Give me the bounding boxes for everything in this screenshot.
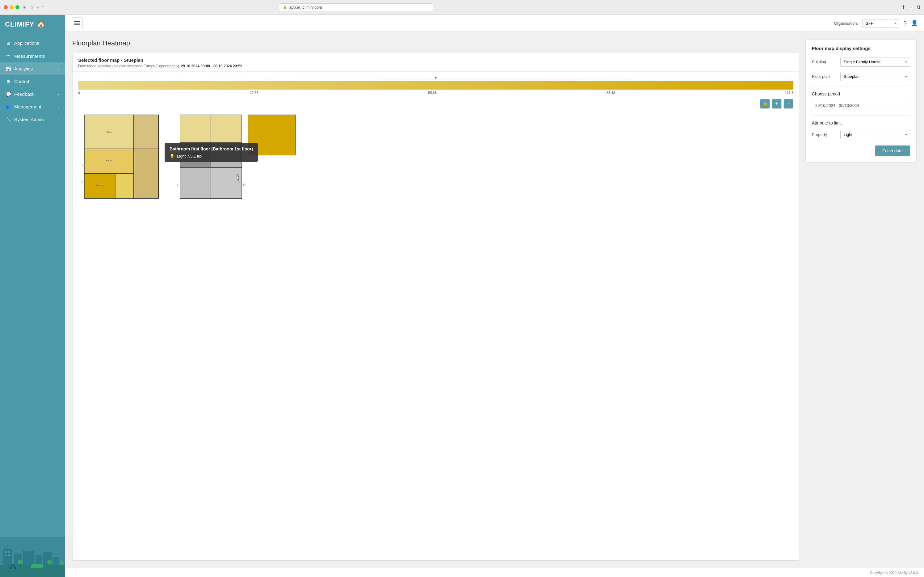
sidebar-item-feedback[interactable]: 💬 Feedback ‹ (0, 88, 65, 100)
floorplan-area[interactable]: Stue Room Kitchen ◁ ◁ ▷ (78, 112, 794, 211)
svg-rect-11 (5, 554, 6, 556)
date-label: Date range selected (building timezone E… (78, 64, 180, 68)
close-button[interactable] (4, 5, 8, 9)
traffic-lights (4, 5, 19, 9)
settings-divider-2 (812, 115, 910, 116)
top-bar: Organisation: SFH ? 👤 (65, 15, 924, 32)
property-select-wrapper: Light (840, 130, 910, 139)
tab-grid-icon[interactable]: ⊞ (23, 4, 27, 10)
svg-rect-55 (211, 168, 242, 198)
browser-nav: ⊞ ☆ ‹ › (23, 4, 43, 10)
svg-rect-3 (5, 546, 6, 549)
copyright-text: Copyright © 2020 Climify v2.8.3 (870, 571, 918, 575)
svg-rect-2 (3, 549, 12, 565)
svg-rect-16 (49, 564, 50, 566)
hamburger-button[interactable] (71, 17, 83, 29)
svg-text:◁: ◁ (176, 182, 179, 187)
sidebar-item-applications[interactable]: ⊞ Applications (0, 37, 65, 50)
browser-actions: ⬆ + ⧉ (901, 4, 920, 10)
map-controls: 🔒 + − (78, 99, 794, 109)
svg-point-17 (60, 561, 64, 565)
svg-rect-50 (180, 115, 211, 143)
lock-map-button[interactable]: 🔒 (760, 99, 770, 109)
svg-point-31 (41, 567, 43, 569)
sidebar-item-label-feedback: Feedback (14, 92, 35, 97)
share-icon[interactable]: ⬆ (901, 4, 905, 10)
main-content: Organisation: SFH ? 👤 Floorplan Heatmap … (65, 15, 924, 577)
scale-val3: 83.48 (607, 91, 615, 95)
forward-icon[interactable]: › (42, 4, 43, 10)
scale-max: 111.3 (785, 91, 794, 95)
new-tab-icon[interactable]: + (910, 4, 913, 10)
scale-labels: 0 27.83 55.65 83.48 111.3 (78, 91, 794, 95)
sidebar-item-control[interactable]: ⚙ Control ‹ (0, 75, 65, 88)
svg-text:▷: ▷ (243, 182, 246, 187)
settings-panel-title: Floor map display settings (812, 46, 910, 51)
svg-point-15 (47, 560, 52, 564)
org-select[interactable]: SFH (862, 19, 899, 27)
svg-text:N: N (236, 172, 239, 177)
sidebar-item-label-control: Control (14, 79, 29, 84)
sidebar-item-measurements[interactable]: 〜 Measurements ‹ (0, 50, 65, 63)
svg-text:Stue: Stue (106, 131, 112, 134)
minimize-button[interactable] (10, 5, 14, 9)
sidebar-item-label-analytics: Analytics (14, 66, 33, 71)
user-icon[interactable]: 👤 (911, 20, 918, 27)
applications-icon: ⊞ (6, 41, 11, 46)
sidebar-item-system-admin[interactable]: 🔧 System Admin ‹ (0, 113, 65, 126)
svg-rect-5 (23, 551, 34, 565)
sidebar-item-label-management: Management (14, 104, 41, 110)
tooltip-property: Light (177, 154, 186, 158)
management-chevron: ‹ (58, 105, 59, 109)
svg-point-27 (14, 567, 16, 569)
svg-point-13 (18, 560, 23, 565)
windows-icon[interactable]: ⧉ (917, 4, 920, 10)
svg-rect-10 (8, 551, 10, 553)
date-range: 29.10.2024 00:00 - 30.10.2024 23:59 (181, 64, 242, 68)
control-chevron: ‹ (58, 80, 59, 84)
sidebar-logo: CLIMIFY 🏠 (0, 15, 65, 34)
maximize-button[interactable] (15, 5, 19, 9)
system-admin-chevron: ‹ (58, 118, 59, 121)
zoom-out-button[interactable]: − (784, 99, 794, 109)
date-range-input[interactable] (812, 101, 910, 110)
svg-rect-6 (35, 555, 42, 565)
svg-rect-14 (19, 564, 21, 566)
fetch-data-button[interactable]: Fetch data (875, 145, 910, 156)
svg-text:Room: Room (106, 159, 113, 162)
page-title: Floorplan Heatmap (72, 39, 799, 47)
measurements-chevron: ‹ (58, 54, 59, 58)
settings-divider-1 (812, 86, 910, 87)
property-select[interactable]: Light (840, 130, 910, 139)
tooltip-data-row: 💡 Light 55.1 lux (169, 154, 253, 158)
address-bar[interactable]: 🔒 app.eu.climify.com (279, 3, 433, 11)
floorplan-header: Selected floor map - Stueplan Date range… (72, 53, 799, 72)
page-content: Floorplan Heatmap Selected floor map - S… (65, 32, 924, 568)
zoom-in-button[interactable]: + (772, 99, 782, 109)
tooltip-title: Bathroom first floor (Bathroom 1st floor… (169, 147, 253, 152)
sidebar-item-label-applications: Applications (14, 40, 39, 46)
browser-chrome: ⊞ ☆ ‹ › 🔒 app.eu.climify.com ⬆ + ⧉ (0, 0, 924, 15)
settings-panel: Floor map display settings Building Sing… (805, 39, 917, 163)
sidebar-item-analytics[interactable]: 📊 Analytics ‹ (0, 63, 65, 75)
logo-icon: 🏠 (37, 20, 45, 28)
sidebar-item-management[interactable]: 👥 Management ‹ (0, 100, 65, 113)
bookmark-icon[interactable]: ☆ (30, 4, 34, 10)
back-icon[interactable]: ‹ (37, 4, 39, 10)
control-icon: ⚙ (6, 79, 11, 84)
lock-icon: 🔒 (283, 5, 287, 9)
period-section-title: Choose period (812, 92, 910, 97)
help-icon[interactable]: ? (904, 20, 907, 27)
tooltip-value: 55.1 lux (188, 154, 202, 158)
svg-rect-18 (24, 550, 33, 551)
svg-point-26 (10, 567, 11, 569)
feedback-chevron: ‹ (58, 92, 59, 96)
building-select[interactable]: Single Family House (840, 57, 910, 67)
floorplan-select[interactable]: Stueplan (840, 72, 910, 81)
scale-min: 0 (78, 91, 80, 95)
svg-point-33 (7, 542, 9, 543)
sidebar: CLIMIFY 🏠 ⊞ Applications 〜 Measurements … (0, 15, 65, 577)
building-select-wrapper: Single Family House (840, 57, 910, 67)
svg-rect-29 (32, 564, 42, 566)
floorplan-card: Selected floor map - Stueplan Date range… (72, 53, 799, 561)
